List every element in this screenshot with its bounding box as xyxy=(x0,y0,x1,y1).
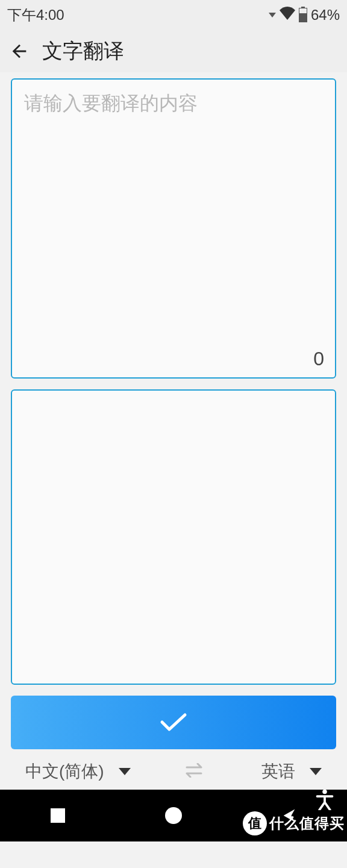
recent-apps-button[interactable] xyxy=(46,804,69,827)
content-area: 0 中文(简体) 英语 xyxy=(0,72,347,790)
signal-dropdown-icon xyxy=(269,13,276,17)
char-counter: 0 xyxy=(313,348,324,370)
output-panel xyxy=(11,389,336,685)
status-bar: 下午4:00 64% xyxy=(0,0,347,30)
svg-point-0 xyxy=(322,790,327,794)
source-language-label: 中文(简体) xyxy=(25,760,104,783)
status-icons: 64% xyxy=(269,7,340,24)
check-icon xyxy=(158,710,189,734)
target-language-label: 英语 xyxy=(261,760,295,783)
circle-icon xyxy=(165,807,182,824)
language-bar: 中文(简体) 英语 xyxy=(11,754,336,790)
wifi-icon xyxy=(280,7,295,24)
app-bar: 文字翻译 xyxy=(0,30,347,72)
page-title: 文字翻译 xyxy=(42,37,124,65)
translate-input[interactable] xyxy=(12,80,335,377)
system-nav-bar: 值 什么值得买 xyxy=(0,790,347,841)
target-language-selector[interactable]: 英语 xyxy=(261,760,322,783)
watermark-text: 什么值得买 xyxy=(269,814,345,833)
home-button[interactable] xyxy=(162,804,185,827)
back-button[interactable] xyxy=(7,39,31,63)
translate-button[interactable] xyxy=(11,696,336,749)
status-time: 下午4:00 xyxy=(7,5,64,25)
source-language-selector[interactable]: 中文(简体) xyxy=(25,760,131,783)
chevron-down-icon xyxy=(310,768,322,775)
watermark: 值 什么值得买 xyxy=(243,805,345,841)
watermark-badge: 值 xyxy=(243,811,267,835)
accessibility-icon xyxy=(316,788,334,810)
battery-icon xyxy=(299,8,307,22)
swap-languages-button[interactable] xyxy=(186,761,206,782)
chevron-down-icon xyxy=(119,768,131,775)
square-icon xyxy=(51,808,65,823)
arrow-left-icon xyxy=(9,41,30,61)
battery-percent: 64% xyxy=(311,7,340,24)
translate-output xyxy=(12,391,335,412)
input-panel: 0 xyxy=(11,78,336,379)
swap-icon xyxy=(186,763,206,778)
